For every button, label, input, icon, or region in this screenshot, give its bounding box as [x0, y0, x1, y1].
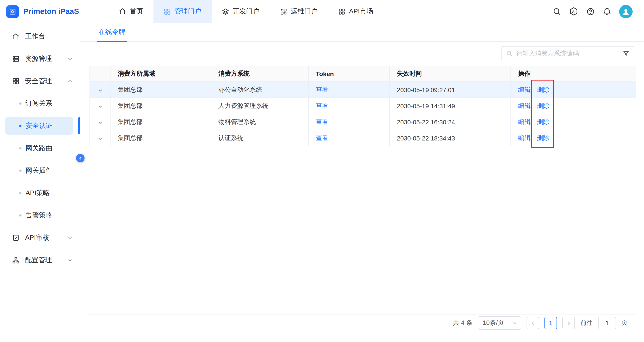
goto-page-input[interactable]	[598, 317, 616, 329]
page-unit-label: 页	[622, 319, 628, 327]
cell-expire: 2030-05-22 18:34:43	[390, 130, 511, 146]
pagination: 共 4 条 10条/页 1 前往 页	[453, 316, 628, 330]
grid-icon	[338, 8, 346, 15]
cell-system: 认证系统	[211, 130, 308, 146]
delete-link[interactable]: 删除	[537, 102, 550, 109]
search-icon[interactable]	[552, 7, 562, 16]
sidebar-item-label: 告警策略	[26, 211, 52, 220]
sidebar-item-label: 网关插件	[26, 166, 52, 175]
sidebar-item-alert-policy[interactable]: 告警策略	[0, 204, 80, 226]
brand-name: Primeton iPaaS	[23, 7, 79, 16]
row-expand-icon[interactable]	[97, 120, 103, 125]
ai-assistant-icon[interactable]: AI	[569, 7, 578, 16]
sidebar-item-label: 安全认证	[26, 122, 52, 130]
sidebar-item-config[interactable]: 配置管理	[0, 249, 80, 271]
page-number-button[interactable]: 1	[544, 317, 557, 329]
sidebar-item-security[interactable]: 安全管理	[0, 70, 80, 92]
consumer-code-search-input[interactable]	[516, 50, 619, 57]
filter-icon[interactable]	[623, 50, 630, 56]
search-box	[501, 46, 634, 60]
tab-online-tokens[interactable]: 在线令牌	[98, 28, 125, 41]
edit-link[interactable]: 编辑	[518, 118, 530, 125]
edit-link[interactable]: 编辑	[518, 86, 530, 93]
sidebar-item-label: 配置管理	[25, 256, 52, 264]
brand-logo-icon	[6, 5, 19, 18]
view-token-link[interactable]: 查看	[316, 86, 328, 93]
table-row: 集团总部 认证系统 查看 2030-05-22 18:34:43 编辑删除	[90, 130, 636, 146]
grid-icon	[164, 8, 171, 15]
layers-icon	[222, 8, 229, 15]
top-bar: Primeton iPaaS 首页 管理门户	[0, 0, 644, 23]
column-header-system: 消费方系统	[211, 66, 308, 82]
sidebar-item-gateway-plugin[interactable]: 网关插件	[0, 159, 80, 182]
row-expand-icon[interactable]	[97, 104, 103, 109]
user-avatar[interactable]	[619, 5, 632, 18]
sidebar-item-api-review[interactable]: API审核	[0, 226, 80, 249]
view-token-link[interactable]: 查看	[316, 134, 328, 141]
cell-expire: 2030-05-19 14:31:49	[390, 98, 511, 114]
nav-item-home[interactable]: 首页	[108, 0, 154, 23]
svg-text:AI: AI	[572, 10, 576, 14]
help-icon[interactable]	[586, 7, 595, 16]
document-check-icon	[12, 234, 20, 241]
nav-item-label: 运维门户	[291, 7, 318, 16]
delete-link[interactable]: 删除	[537, 134, 550, 141]
grid-icon	[12, 77, 20, 85]
sidebar-item-label: API审核	[25, 233, 49, 242]
next-page-button[interactable]	[562, 317, 575, 329]
row-expand-icon[interactable]	[97, 136, 103, 141]
cell-domain: 集团总部	[110, 114, 211, 130]
sidebar-item-label: API策略	[26, 188, 50, 197]
sidebar-item-security-auth[interactable]: 安全认证	[0, 114, 80, 137]
bell-icon[interactable]	[602, 7, 612, 16]
nav-item-label: API市场	[349, 7, 373, 16]
nav-item-ops-portal[interactable]: 运维门户	[270, 0, 328, 23]
tab-bar: 在线令牌	[80, 23, 644, 42]
org-chart-icon	[12, 256, 20, 264]
home-icon	[118, 8, 126, 15]
page-size-select[interactable]: 10条/页	[478, 316, 521, 330]
column-header-token: Token	[308, 66, 390, 82]
cell-system: 物料管理系统	[211, 114, 308, 130]
nav-item-dev-portal[interactable]: 开发门户	[212, 0, 270, 23]
sidebar-collapse-button[interactable]	[76, 154, 84, 162]
sidebar: 工作台 资源管理 安全管理	[0, 23, 80, 342]
nav-item-api-market[interactable]: API市场	[328, 0, 384, 23]
cell-system: 办公自动化系统	[211, 82, 308, 98]
sidebar-item-api-policy[interactable]: API策略	[0, 182, 80, 204]
bullet-icon	[19, 192, 22, 194]
table-row: 集团总部 物料管理系统 查看 2030-05-22 16:30:24 编辑删除	[90, 114, 636, 130]
nav-item-admin-portal[interactable]: 管理门户	[154, 0, 212, 23]
chevron-down-icon	[68, 258, 72, 262]
server-icon	[12, 55, 20, 62]
token-table: 消费方所属域 消费方系统 Token 失效时间 操作 集团总部 办公自动化系统 …	[90, 66, 636, 146]
brand[interactable]: Primeton iPaaS	[0, 5, 108, 18]
row-expand-icon[interactable]	[97, 88, 103, 93]
table-row: 集团总部 办公自动化系统 查看 2030-05-19 09:27:01 编辑删除	[90, 82, 636, 98]
sidebar-item-label: 资源管理	[25, 54, 52, 63]
topbar-actions: AI	[552, 5, 644, 18]
delete-link[interactable]: 删除	[537, 118, 550, 125]
edit-link[interactable]: 编辑	[518, 102, 530, 109]
column-header-domain: 消费方所属域	[110, 66, 211, 82]
sidebar-item-label: 安全管理	[25, 77, 52, 85]
chevron-down-icon	[512, 320, 517, 326]
sidebar-item-resources[interactable]: 资源管理	[0, 48, 80, 70]
view-token-link[interactable]: 查看	[316, 102, 328, 109]
sidebar-item-workbench[interactable]: 工作台	[0, 25, 80, 48]
sidebar-item-subscription[interactable]: 订阅关系	[0, 92, 80, 114]
bullet-icon	[19, 147, 22, 150]
search-icon	[506, 50, 513, 56]
cell-system: 人力资源管理系统	[211, 98, 308, 114]
view-token-link[interactable]: 查看	[316, 118, 328, 125]
delete-link[interactable]: 删除	[537, 86, 550, 93]
pagination-total: 共 4 条	[453, 319, 472, 327]
cell-domain: 集团总部	[110, 98, 211, 114]
prev-page-button[interactable]	[526, 317, 539, 329]
edit-link[interactable]: 编辑	[518, 134, 530, 141]
chevron-down-icon	[68, 235, 72, 240]
cell-expire: 2030-05-22 16:30:24	[390, 114, 511, 130]
sidebar-item-gateway-route[interactable]: 网关路由	[0, 137, 80, 159]
bullet-icon	[19, 102, 22, 105]
sidebar-item-label: 网关路由	[26, 144, 52, 152]
